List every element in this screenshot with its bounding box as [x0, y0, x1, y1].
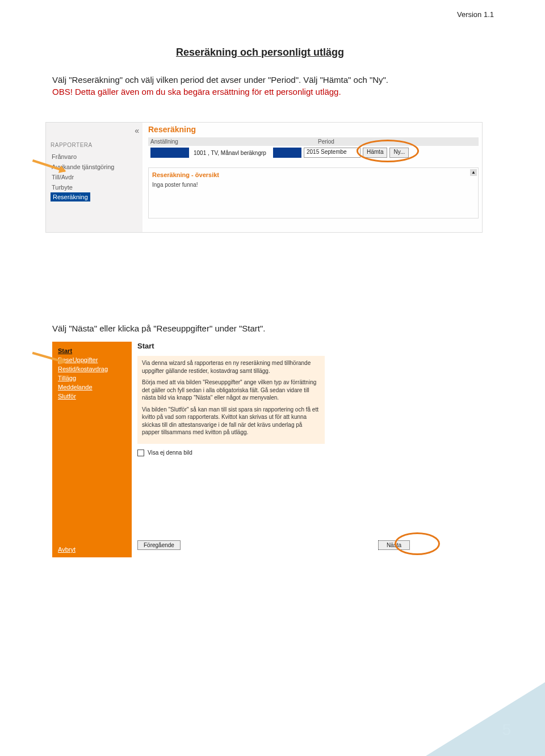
- wizard-nav-slutfor[interactable]: Slutför: [58, 392, 126, 401]
- filter-inputs-row: 1001 , TV, Månavl beräkngrp 2015 Septemb…: [148, 146, 479, 159]
- hide-screen-checkbox[interactable]: [137, 450, 144, 456]
- hide-screen-checkbox-row: Visa ej denna bild: [137, 450, 416, 456]
- page-corner-decoration: [426, 682, 545, 756]
- overview-empty-text: Inga poster funna!: [152, 182, 475, 188]
- wizard-nav-tillagg[interactable]: Tillägg: [58, 373, 126, 383]
- sidebar-item-reserakning[interactable]: Reseräkning: [51, 192, 90, 201]
- collapse-icon[interactable]: «: [135, 126, 139, 135]
- wizard-nav-start[interactable]: Start: [58, 346, 126, 355]
- wizard-nav-reseuppgifter[interactable]: ReseUppgifter: [58, 355, 126, 364]
- sidebar-item-franvaro[interactable]: Frånvaro: [51, 152, 138, 162]
- page-number: 5: [502, 721, 511, 739]
- screenshot-reserakning-overview: « RAPPORTERA Frånvaro Avvikande tjänstgö…: [45, 122, 483, 233]
- wizard-info-p2: Börja med att via bilden "Reseuppgifter"…: [142, 379, 320, 402]
- employment-redacted-1: [150, 148, 189, 158]
- scroll-up-icon[interactable]: ▲: [470, 169, 477, 176]
- wizard-info-p3: Via bilden "Slutför" så kan man till sis…: [142, 406, 320, 436]
- wizard-nav: Start ReseUppgifter Restid/kostavdrag Ti…: [52, 342, 132, 557]
- sidebar-heading: RAPPORTERA: [51, 142, 138, 148]
- prev-button[interactable]: Föregående: [137, 540, 181, 550]
- main-panel: Reseräkning Anställning Period 1001 , TV…: [148, 125, 479, 219]
- intro-paragraph: Välj "Reseräkning" och välj vilken perio…: [52, 74, 493, 98]
- filter-labels-row: Anställning Period: [148, 137, 479, 146]
- overview-title: Reseräkning - översikt: [152, 171, 475, 178]
- report-sidebar: « RAPPORTERA Frånvaro Avvikande tjänstgö…: [46, 123, 142, 232]
- screenshot-wizard-start: Start ReseUppgifter Restid/kostavdrag Ti…: [52, 342, 416, 557]
- annotation-circle-nasta: [395, 532, 440, 555]
- intro-line1: Välj "Reseräkning" och välj vilken perio…: [52, 75, 388, 85]
- wizard-info-box: Via denna wizard så rapporteras en ny re…: [137, 356, 325, 444]
- mid-instruction: Välj "Nästa" eller klicka på "Reseuppgif…: [52, 324, 265, 333]
- period-dropdown[interactable]: 2015 Septembe: [304, 148, 360, 158]
- wizard-cancel-link[interactable]: Avbryt: [58, 546, 76, 553]
- label-anstallning: Anställning: [150, 138, 318, 145]
- wizard-nav-restid[interactable]: Restid/kostavdrag: [58, 364, 126, 373]
- overview-panel: ▲ Reseräkning - översikt Inga poster fun…: [148, 167, 479, 219]
- annotation-circle-period: [357, 140, 419, 162]
- panel-title: Reseräkning: [148, 125, 479, 134]
- wizard-content: Start Via denna wizard så rapporteras en…: [137, 342, 416, 456]
- version-label: Version 1.1: [457, 10, 494, 19]
- employment-redacted-2: [273, 148, 301, 158]
- wizard-buttons-row: Föregående Nästa: [137, 540, 416, 550]
- employment-text: 1001 , TV, Månavl beräkngrp: [191, 150, 271, 156]
- sidebar-item-turbyte[interactable]: Turbyte: [51, 182, 138, 192]
- wizard-nav-meddelande[interactable]: Meddelande: [58, 383, 126, 392]
- wizard-info-p1: Via denna wizard så rapporteras en ny re…: [142, 359, 320, 375]
- intro-line2-warning: OBS! Detta gäller även om du ska begära …: [52, 87, 341, 96]
- wizard-title: Start: [137, 342, 416, 350]
- hide-screen-label: Visa ej denna bild: [148, 450, 192, 456]
- page-title: Reseräkning och personligt utlägg: [176, 47, 344, 58]
